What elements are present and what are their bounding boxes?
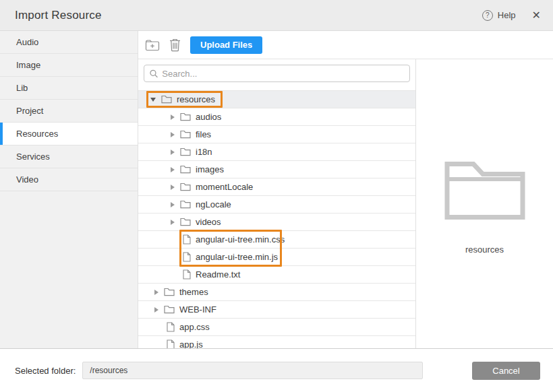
tree-node: themes xyxy=(154,285,208,300)
panes: resourcesaudiosfilesi18nimagesmomentLoca… xyxy=(138,59,553,348)
tree-node: ngLocale xyxy=(171,197,231,212)
new-folder-icon[interactable] xyxy=(145,39,160,51)
file-tree: resourcesaudiosfilesi18nimagesmomentLoca… xyxy=(138,90,415,348)
cancel-button[interactable]: Cancel xyxy=(472,362,540,380)
tree-node: Readme.txt xyxy=(183,267,240,282)
tree-row-momentLocale[interactable]: momentLocale xyxy=(138,178,415,196)
expand-arrow-icon[interactable] xyxy=(171,167,175,172)
sidebar-item-image[interactable]: Image xyxy=(0,54,138,77)
tree-node: app.js xyxy=(167,337,203,349)
file-icon xyxy=(183,269,191,280)
tree-row-app.css[interactable]: app.css xyxy=(138,319,415,336)
tree-node-label: angular-ui-tree.min.js xyxy=(196,252,278,262)
sidebar-item-label: Video xyxy=(16,174,38,185)
help-label: Help xyxy=(498,10,516,20)
trash-icon[interactable] xyxy=(169,38,181,52)
help-icon: ? xyxy=(482,10,493,21)
tree-node-label: audios xyxy=(196,112,221,122)
folder-icon xyxy=(180,130,191,139)
file-icon xyxy=(183,252,191,262)
tree-node-label: ngLocale xyxy=(196,199,231,209)
expand-arrow-icon[interactable] xyxy=(154,290,158,295)
search-icon xyxy=(150,69,158,78)
tree-row-images[interactable]: images xyxy=(138,161,415,178)
sidebar-item-services[interactable]: Services xyxy=(0,145,138,168)
tree-node: momentLocale xyxy=(171,180,253,195)
content-area: Upload Files resourcesaudiosf xyxy=(138,31,553,348)
tree-node-label: images xyxy=(196,164,224,174)
tree-node-label: WEB-INF xyxy=(179,304,216,315)
tree-row-angular-ui-tree.min.css[interactable]: angular-ui-tree.min.css xyxy=(138,231,415,249)
tree-row-audios[interactable]: audios xyxy=(138,108,415,126)
tree-node: i18n xyxy=(171,145,212,160)
sidebar-item-lib[interactable]: Lib xyxy=(0,77,138,100)
folder-icon xyxy=(180,165,191,174)
folder-icon xyxy=(180,218,191,226)
dialog-body: AudioImageLibProjectResourcesServicesVid… xyxy=(0,31,553,348)
search-bar xyxy=(144,65,410,82)
tree-node-label: app.css xyxy=(179,322,210,332)
tree-row-angular-ui-tree.min.js[interactable]: angular-ui-tree.min.js xyxy=(138,249,415,266)
annotation-box-selected-node: resources xyxy=(146,91,223,108)
tree-row-ngLocale[interactable]: ngLocale xyxy=(138,196,415,214)
tree-node: WEB-INF xyxy=(154,302,216,317)
tree-node-label: i18n xyxy=(196,147,212,157)
tree-node-label: angular-ui-tree.min.css xyxy=(196,234,285,244)
folder-icon xyxy=(180,200,191,209)
tree-node-label: momentLocale xyxy=(196,182,253,192)
folder-icon xyxy=(180,148,191,156)
dialog-header: Import Resource ? Help ✕ xyxy=(0,0,553,31)
tree-node: files xyxy=(171,127,211,142)
sidebar-item-audio[interactable]: Audio xyxy=(0,31,138,54)
sidebar-item-resources[interactable]: Resources xyxy=(0,123,138,145)
tree-node-label: resources xyxy=(177,94,215,104)
tree-node: images xyxy=(171,162,224,177)
sidebar-item-project[interactable]: Project xyxy=(0,100,138,123)
sidebar-item-label: Resources xyxy=(16,129,58,139)
expand-arrow-icon[interactable] xyxy=(171,220,175,225)
import-resource-dialog: Import Resource ? Help ✕ AudioImageLibPr… xyxy=(0,0,553,392)
help-button[interactable]: ? Help xyxy=(482,10,516,21)
tree-row-resources[interactable]: resources xyxy=(138,91,415,108)
folder-icon xyxy=(164,288,175,296)
tree-row-app.js[interactable]: app.js xyxy=(138,336,415,348)
upload-files-button[interactable]: Upload Files xyxy=(190,36,262,54)
preview-folder-name: resources xyxy=(465,244,504,255)
tree-row-i18n[interactable]: i18n xyxy=(138,143,415,161)
expand-arrow-icon[interactable] xyxy=(171,150,175,155)
tree-row-WEB-INF[interactable]: WEB-INF xyxy=(138,301,415,319)
tree-row-files[interactable]: files xyxy=(138,126,415,143)
close-icon[interactable]: ✕ xyxy=(532,10,541,21)
search-input[interactable] xyxy=(162,69,404,79)
file-icon xyxy=(167,322,175,332)
folder-icon xyxy=(164,305,175,314)
tree-node: audios xyxy=(171,110,221,125)
search-box xyxy=(144,65,410,82)
big-folder-icon xyxy=(444,158,526,220)
expand-arrow-icon[interactable] xyxy=(171,202,175,207)
dialog-footer: Selected folder: Cancel xyxy=(0,348,553,392)
sidebar-item-label: Lib xyxy=(16,83,28,93)
toolbar: Upload Files xyxy=(138,31,553,59)
expand-arrow-icon[interactable] xyxy=(171,185,175,190)
selected-folder-input[interactable] xyxy=(82,362,423,379)
tree-node-label: app.js xyxy=(179,339,203,348)
sidebar-item-label: Image xyxy=(16,60,40,70)
expand-arrow-icon[interactable] xyxy=(171,132,175,137)
tree-row-videos[interactable]: videos xyxy=(138,214,415,231)
tree-node: angular-ui-tree.min.js xyxy=(183,250,278,265)
tree-node-label: themes xyxy=(179,287,208,297)
folder-icon xyxy=(161,95,172,104)
folder-icon xyxy=(180,183,191,191)
collapse-arrow-icon[interactable] xyxy=(150,98,156,102)
selected-folder-label: Selected folder: xyxy=(15,366,76,376)
expand-arrow-icon[interactable] xyxy=(154,307,158,313)
sidebar-item-label: Project xyxy=(16,106,43,116)
tree-row-themes[interactable]: themes xyxy=(138,284,415,301)
sidebar-item-label: Audio xyxy=(16,37,38,47)
expand-arrow-icon[interactable] xyxy=(171,115,175,120)
tree-row-Readme.txt[interactable]: Readme.txt xyxy=(138,266,415,284)
file-icon xyxy=(167,339,175,348)
sidebar-item-video[interactable]: Video xyxy=(0,168,138,191)
tree-pane: resourcesaudiosfilesi18nimagesmomentLoca… xyxy=(138,59,416,348)
